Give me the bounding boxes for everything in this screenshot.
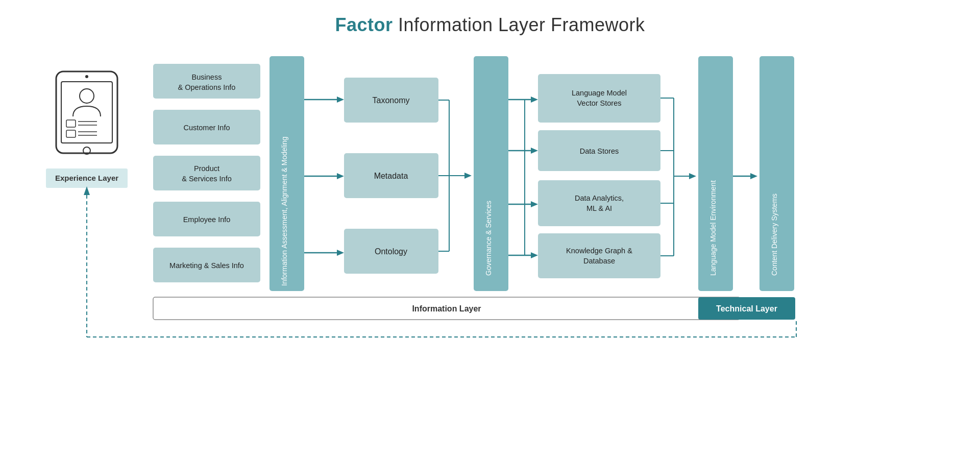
svg-text:Database: Database bbox=[583, 257, 615, 265]
svg-rect-50 bbox=[538, 180, 660, 226]
ontology-box: Ontology bbox=[375, 247, 407, 256]
product-services-box: Product bbox=[194, 164, 219, 173]
svg-rect-47 bbox=[538, 74, 660, 123]
svg-rect-1 bbox=[61, 82, 112, 143]
svg-text:& Services Info: & Services Info bbox=[182, 175, 232, 183]
title-suffix: Information Layer Framework bbox=[393, 14, 645, 35]
title-prefix: Factor bbox=[335, 14, 393, 35]
customer-info-box: Customer Info bbox=[183, 124, 230, 132]
svg-text:& Operations Info: & Operations Info bbox=[178, 83, 236, 91]
lm-environment-band: Language Model Environment bbox=[709, 180, 717, 276]
info-assessment-band: Information Assessment, Alignment & Mode… bbox=[280, 136, 288, 286]
lm-vector-stores-box: Language Model bbox=[572, 89, 627, 97]
employee-info-box: Employee Info bbox=[183, 215, 231, 224]
data-stores-box: Data Stores bbox=[580, 147, 619, 155]
svg-text:Vector Stores: Vector Stores bbox=[577, 99, 621, 107]
diagram-container: Experience Layer Business & Operations I… bbox=[41, 41, 939, 373]
svg-rect-15 bbox=[153, 156, 260, 190]
metadata-box: Metadata bbox=[374, 172, 408, 180]
experience-layer-label: Experience Layer bbox=[55, 174, 118, 182]
taxonomy-box: Taxonomy bbox=[373, 96, 410, 105]
svg-rect-12 bbox=[153, 64, 260, 99]
svg-marker-37 bbox=[531, 97, 538, 103]
page-title: Factor Information Layer Framework bbox=[0, 0, 980, 41]
svg-rect-0 bbox=[56, 71, 117, 153]
svg-marker-34 bbox=[464, 173, 472, 179]
knowledge-graph-box: Knowledge Graph & bbox=[566, 247, 632, 255]
governance-band: Governance & Services bbox=[484, 201, 493, 276]
svg-rect-5 bbox=[66, 120, 76, 127]
svg-point-3 bbox=[85, 75, 88, 78]
content-delivery-band: Content Delivery Systems bbox=[770, 194, 778, 276]
svg-marker-60 bbox=[689, 173, 696, 179]
page-wrapper: Factor Information Layer Framework bbox=[0, 0, 980, 373]
svg-marker-21 bbox=[337, 97, 344, 103]
technical-layer-label: Technical Layer bbox=[716, 304, 777, 313]
marketing-sales-box: Marketing & Sales Info bbox=[169, 261, 244, 270]
svg-marker-43 bbox=[531, 252, 538, 258]
svg-point-4 bbox=[80, 89, 94, 103]
svg-marker-25 bbox=[337, 250, 344, 256]
svg-marker-41 bbox=[531, 201, 538, 207]
svg-rect-8 bbox=[66, 130, 76, 137]
svg-marker-39 bbox=[531, 148, 538, 154]
information-layer-label: Information Layer bbox=[412, 304, 481, 313]
svg-text:ML & AI: ML & AI bbox=[586, 204, 612, 212]
business-ops-box: Business bbox=[192, 73, 222, 81]
svg-rect-52 bbox=[538, 233, 660, 278]
svg-marker-23 bbox=[337, 173, 344, 179]
svg-marker-63 bbox=[750, 173, 757, 179]
data-analytics-box: Data Analytics, bbox=[575, 194, 624, 202]
diagram-svg: Experience Layer Business & Operations I… bbox=[41, 41, 939, 373]
